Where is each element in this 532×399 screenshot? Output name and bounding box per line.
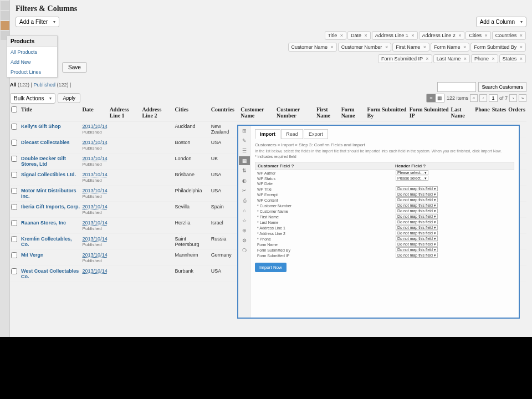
row-title-link[interactable]: Motor Mint Distributors Inc. bbox=[21, 188, 76, 199]
row-date-link[interactable]: 2013/10/14 bbox=[83, 220, 108, 226]
row-title-link[interactable]: Raanan Stores, Inc bbox=[21, 220, 66, 226]
tool-icon[interactable]: ⌂ bbox=[239, 206, 250, 215]
tool-icon[interactable]: ⎙ bbox=[239, 196, 250, 205]
status-all[interactable]: All bbox=[10, 82, 17, 88]
chip-remove-icon[interactable]: × bbox=[411, 33, 414, 38]
row-checkbox[interactable] bbox=[11, 236, 17, 242]
row-checkbox[interactable] bbox=[11, 268, 17, 274]
tab-import[interactable]: Import bbox=[255, 129, 280, 139]
tool-icon[interactable]: ☰ bbox=[239, 146, 250, 155]
chip-remove-icon[interactable]: × bbox=[458, 33, 461, 38]
tool-icon[interactable]: ⚙ bbox=[239, 236, 250, 245]
pager-first[interactable]: « bbox=[470, 94, 478, 102]
row-date-link[interactable]: 2013/10/14 bbox=[83, 172, 108, 177]
chip-remove-icon[interactable]: × bbox=[520, 44, 523, 50]
mapping-select[interactable]: Do not map this field ▾ bbox=[396, 247, 438, 252]
tab-export[interactable]: Export bbox=[304, 129, 328, 139]
chip-remove-icon[interactable]: × bbox=[331, 44, 334, 50]
view-list-icon[interactable]: ≡ bbox=[427, 94, 436, 102]
column-header[interactable]: Customer Number bbox=[275, 104, 315, 121]
row-date-link[interactable]: 2013/10/14 bbox=[83, 252, 108, 258]
status-published[interactable]: Published bbox=[33, 82, 55, 88]
import-now-button[interactable]: Import Now bbox=[255, 263, 287, 272]
mapping-select[interactable]: Do not map this field ▾ bbox=[396, 253, 438, 258]
save-button[interactable]: Save bbox=[62, 62, 87, 73]
chip-remove-icon[interactable]: × bbox=[385, 44, 388, 50]
row-date-link[interactable]: 2013/10/14 bbox=[83, 268, 108, 274]
column-header[interactable]: Cities bbox=[173, 104, 209, 121]
tab-read[interactable]: Read bbox=[281, 129, 303, 139]
bulk-actions-dropdown[interactable]: Bulk Actions ▾ bbox=[10, 93, 55, 104]
select-all-checkbox[interactable] bbox=[11, 106, 17, 112]
column-header[interactable]: States bbox=[491, 104, 508, 121]
mapping-select[interactable]: Do not map this field ▾ bbox=[396, 208, 438, 213]
tool-icon[interactable]: ⇅ bbox=[239, 166, 250, 175]
row-title-link[interactable]: Kremlin Collectables, Co. bbox=[21, 236, 72, 247]
column-header[interactable]: Last Name bbox=[450, 104, 474, 121]
row-date-link[interactable]: 2013/10/14 bbox=[83, 236, 108, 242]
pager-prev[interactable]: ‹ bbox=[479, 94, 487, 102]
tool-icon[interactable]: ▦ bbox=[239, 156, 250, 165]
column-header[interactable]: Phone bbox=[474, 104, 491, 121]
add-filter-dropdown[interactable]: Add a Filter ▾ bbox=[16, 17, 59, 27]
row-checkbox[interactable] bbox=[11, 204, 17, 210]
tool-icon[interactable]: ✂ bbox=[239, 186, 250, 195]
chip-remove-icon[interactable]: × bbox=[520, 56, 523, 62]
tool-icon[interactable]: ◐ bbox=[239, 176, 250, 185]
mapping-select[interactable]: Do not map this field ▾ bbox=[396, 225, 438, 230]
mapping-select[interactable]: Do not map this field ▾ bbox=[396, 214, 438, 219]
products-item-add[interactable]: Add New bbox=[7, 57, 57, 67]
row-date-link[interactable]: 2013/10/14 bbox=[83, 140, 108, 145]
products-item-lines[interactable]: Product Lines bbox=[7, 67, 57, 77]
row-title-link[interactable]: West Coast Collectables Co. bbox=[21, 268, 79, 279]
tool-icon[interactable]: ✎ bbox=[239, 136, 250, 145]
column-header[interactable]: Countries bbox=[210, 104, 240, 121]
chip-remove-icon[interactable]: × bbox=[484, 33, 487, 38]
row-checkbox[interactable] bbox=[11, 220, 17, 226]
search-input[interactable] bbox=[437, 82, 476, 92]
strip-icon[interactable] bbox=[1, 11, 9, 20]
mapping-select[interactable]: Do not map this field ▾ bbox=[396, 242, 438, 247]
tool-icon[interactable]: ❍ bbox=[239, 246, 250, 255]
mapping-select[interactable]: Do not map this field ▾ bbox=[396, 192, 438, 197]
strip-icon[interactable] bbox=[1, 1, 9, 10]
mapping-select[interactable]: Please select... ▾ bbox=[396, 170, 428, 175]
row-title-link[interactable]: Iberia Gift Imports, Corp. bbox=[21, 204, 80, 209]
mapping-select[interactable]: Please select... ▾ bbox=[396, 176, 428, 181]
pager-next[interactable]: › bbox=[509, 94, 517, 102]
mapping-select[interactable]: Do not map this field ▾ bbox=[396, 203, 438, 208]
chip-remove-icon[interactable]: × bbox=[426, 56, 428, 62]
tool-icon[interactable]: ⊕ bbox=[239, 226, 250, 235]
mapping-select[interactable]: Do not map this field ▾ bbox=[396, 197, 438, 202]
row-date-link[interactable]: 2013/10/14 bbox=[83, 188, 108, 193]
row-checkbox[interactable] bbox=[11, 172, 17, 178]
mapping-select[interactable]: Do not map this field ▾ bbox=[396, 236, 438, 241]
column-header[interactable]: First Name bbox=[315, 104, 340, 121]
row-checkbox[interactable] bbox=[11, 188, 17, 194]
apply-button[interactable]: Apply bbox=[58, 93, 80, 103]
column-header[interactable]: Orders bbox=[507, 104, 526, 121]
mapping-select[interactable]: Do not map this field ▾ bbox=[396, 231, 438, 236]
add-column-dropdown[interactable]: Add a Column ▾ bbox=[476, 17, 526, 27]
row-title-link[interactable]: Diecast Collectables bbox=[21, 140, 70, 145]
chip-remove-icon[interactable]: × bbox=[365, 33, 367, 38]
chip-remove-icon[interactable]: × bbox=[520, 33, 523, 38]
tool-icon[interactable]: ☆ bbox=[239, 216, 250, 225]
column-header[interactable]: Title bbox=[20, 104, 81, 121]
row-date-link[interactable]: 2013/10/14 bbox=[83, 156, 108, 161]
row-title-link[interactable]: Signal Collectibles Ltd. bbox=[21, 172, 76, 177]
row-title-link[interactable]: Mit Vergn bbox=[21, 252, 44, 258]
row-title-link[interactable]: Kelly's Gift Shop bbox=[21, 124, 61, 129]
mapping-select[interactable]: Do not map this field ▾ bbox=[396, 186, 438, 191]
mapping-select[interactable]: Do not map this field ▾ bbox=[396, 219, 438, 224]
view-grid-icon[interactable]: ▦ bbox=[436, 94, 444, 102]
column-header[interactable]: Form Submitted IP bbox=[408, 104, 450, 121]
row-checkbox[interactable] bbox=[11, 124, 17, 130]
column-header[interactable]: Date bbox=[81, 104, 109, 121]
column-header[interactable]: Address Line 1 bbox=[109, 104, 141, 121]
column-header[interactable]: Form Name bbox=[340, 104, 366, 121]
products-item-all[interactable]: All Products bbox=[7, 47, 57, 57]
column-header[interactable]: Form Submitted By bbox=[366, 104, 408, 121]
row-checkbox[interactable] bbox=[11, 156, 17, 162]
chip-remove-icon[interactable]: × bbox=[423, 44, 426, 50]
